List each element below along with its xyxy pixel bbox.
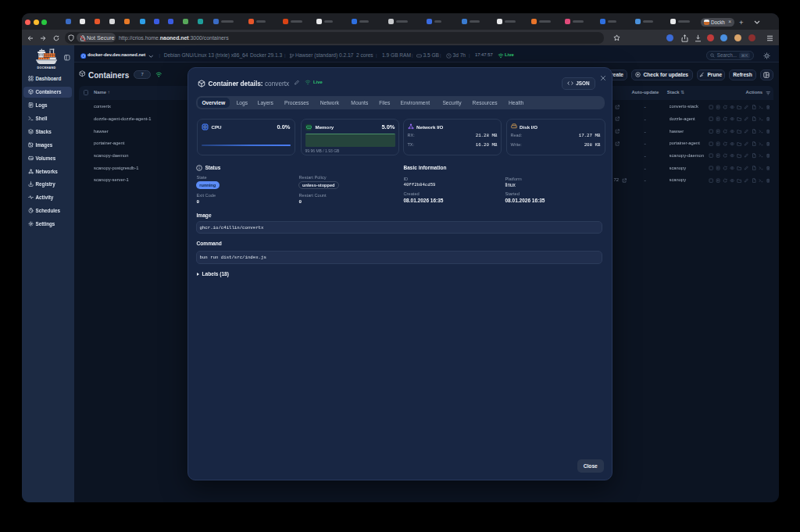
svg-text:DOCKHAND: DOCKHAND xyxy=(38,66,56,70)
